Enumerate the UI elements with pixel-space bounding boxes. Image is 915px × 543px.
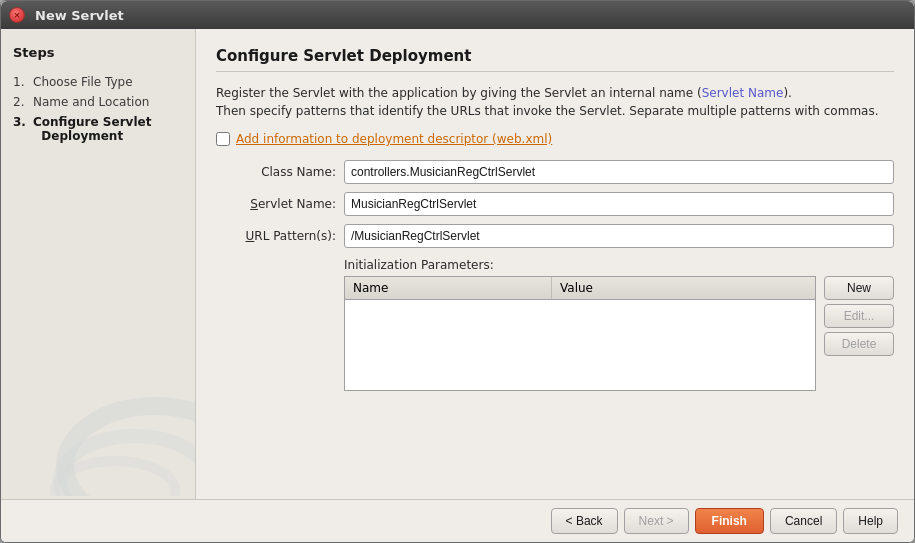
content-area: Steps 1. Choose File Type 2. Name and Lo… bbox=[1, 29, 914, 499]
table-action-buttons: New Edit... Delete bbox=[824, 276, 894, 356]
sidebar-watermark bbox=[35, 366, 195, 499]
init-params-section: Name Value New Edit... Delete bbox=[216, 276, 894, 391]
step-2-label: Name and Location bbox=[33, 95, 149, 109]
help-button[interactable]: Help bbox=[843, 508, 898, 534]
close-button[interactable]: × bbox=[9, 7, 25, 23]
form-section: Class Name: Servlet Name: URL Pattern(s)… bbox=[216, 160, 894, 248]
col-name-header: Name bbox=[345, 277, 552, 299]
checkbox-label: Add information to deployment descriptor… bbox=[236, 132, 552, 146]
step-1-label: Choose File Type bbox=[33, 75, 133, 89]
table-header: Name Value bbox=[345, 277, 815, 300]
servlet-name-row: Servlet Name: bbox=[216, 192, 894, 216]
desc-line2: Then specify patterns that identify the … bbox=[216, 104, 879, 118]
servlet-name-label: Servlet Name: bbox=[216, 197, 336, 211]
desc-line1: Register the Servlet with the applicatio… bbox=[216, 86, 792, 100]
titlebar: × New Servlet bbox=[1, 1, 914, 29]
step-1-num: 1. bbox=[13, 75, 29, 89]
url-patterns-row: URL Pattern(s): bbox=[216, 224, 894, 248]
delete-button[interactable]: Delete bbox=[824, 332, 894, 356]
main-window: × New Servlet Steps 1. Choose File Type … bbox=[0, 0, 915, 543]
steps-list: 1. Choose File Type 2. Name and Location… bbox=[13, 72, 183, 146]
deployment-descriptor-checkbox[interactable] bbox=[216, 132, 230, 146]
description-text: Register the Servlet with the applicatio… bbox=[216, 84, 894, 120]
new-button[interactable]: New bbox=[824, 276, 894, 300]
step-3-num: 3. bbox=[13, 115, 29, 143]
back-button[interactable]: < Back bbox=[551, 508, 618, 534]
class-name-label: Class Name: bbox=[216, 165, 336, 179]
footer: < Back Next > Finish Cancel Help bbox=[1, 499, 914, 542]
servlet-name-input[interactable] bbox=[344, 192, 894, 216]
edit-button[interactable]: Edit... bbox=[824, 304, 894, 328]
col-value-header: Value bbox=[552, 277, 815, 299]
step-3-label: Configure Servlet Deployment bbox=[33, 115, 151, 143]
url-patterns-label: URL Pattern(s): bbox=[216, 229, 336, 243]
sidebar-heading: Steps bbox=[13, 45, 183, 60]
table-body[interactable] bbox=[345, 300, 815, 390]
close-icon: × bbox=[13, 10, 21, 20]
step-2-num: 2. bbox=[13, 95, 29, 109]
finish-button[interactable]: Finish bbox=[695, 508, 764, 534]
checkbox-row: Add information to deployment descriptor… bbox=[216, 132, 894, 146]
step-2: 2. Name and Location bbox=[13, 92, 183, 112]
window-title: New Servlet bbox=[35, 8, 124, 23]
step-3: 3. Configure Servlet Deployment bbox=[13, 112, 183, 146]
desc-link-servlet-name: Servlet Name bbox=[702, 86, 784, 100]
step-1: 1. Choose File Type bbox=[13, 72, 183, 92]
next-button[interactable]: Next > bbox=[624, 508, 689, 534]
class-name-input[interactable] bbox=[344, 160, 894, 184]
init-params-table: Name Value bbox=[344, 276, 816, 391]
sidebar: Steps 1. Choose File Type 2. Name and Lo… bbox=[1, 29, 196, 499]
cancel-button[interactable]: Cancel bbox=[770, 508, 837, 534]
main-content: Configure Servlet Deployment Register th… bbox=[196, 29, 914, 499]
init-params-label: Initialization Parameters: bbox=[344, 258, 894, 272]
url-patterns-input[interactable] bbox=[344, 224, 894, 248]
page-title: Configure Servlet Deployment bbox=[216, 47, 894, 72]
class-name-row: Class Name: bbox=[216, 160, 894, 184]
